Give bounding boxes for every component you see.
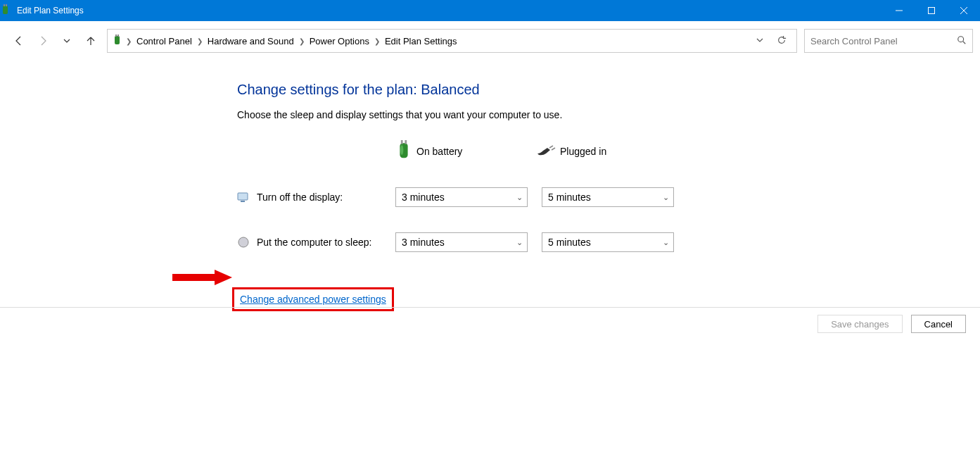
on-battery-header: On battery: [395, 140, 536, 162]
sleep-label: Put the computer to sleep:: [257, 237, 395, 248]
svg-rect-1: [4, 4, 5, 6]
plugged-in-header: Plugged in: [536, 140, 677, 162]
chevron-down-icon: ⌄: [663, 238, 669, 247]
svg-rect-7: [115, 36, 120, 44]
up-button[interactable]: [79, 29, 103, 53]
column-headers: On battery Plugged in: [237, 140, 980, 162]
recent-dropdown[interactable]: [55, 29, 79, 53]
sleep-battery-select[interactable]: 3 minutes⌄: [395, 232, 528, 252]
breadcrumb-item[interactable]: Control Panel: [134, 36, 194, 46]
window-title: Edit Plan Settings: [17, 6, 84, 15]
page-subtext: Choose the sleep and display settings th…: [237, 109, 980, 120]
svg-point-20: [238, 237, 248, 247]
display-battery-select[interactable]: 3 minutes⌄: [395, 187, 528, 207]
svg-rect-0: [3, 6, 8, 14]
search-input[interactable]: [810, 36, 957, 46]
chevron-right-icon[interactable]: ❯: [125, 37, 133, 45]
svg-rect-13: [401, 140, 403, 144]
chevron-right-icon[interactable]: ❯: [373, 37, 381, 45]
address-bar[interactable]: ❯ Control Panel ❯ Hardware and Sound ❯ P…: [107, 29, 797, 53]
chevron-right-icon[interactable]: ❯: [196, 37, 204, 45]
close-button[interactable]: [948, 0, 980, 21]
breadcrumb-item[interactable]: Edit Plan Settings: [383, 36, 459, 46]
chevron-down-icon: ⌄: [516, 193, 523, 202]
svg-line-11: [963, 41, 966, 44]
plugged-in-label: Plugged in: [560, 146, 606, 157]
display-row: Turn off the display: 3 minutes⌄ 5 minut…: [237, 187, 980, 207]
footer-bar: Save changes Cancel: [0, 307, 980, 340]
save-changes-button[interactable]: Save changes: [817, 315, 902, 333]
svg-line-16: [549, 146, 553, 148]
svg-rect-14: [405, 140, 407, 144]
svg-rect-2: [6, 4, 7, 6]
forward-button[interactable]: [31, 29, 55, 53]
address-dropdown-icon[interactable]: [750, 36, 770, 46]
svg-point-10: [958, 36, 964, 42]
sleep-plugged-select[interactable]: 5 minutes⌄: [542, 232, 674, 252]
chevron-right-icon[interactable]: ❯: [298, 37, 306, 45]
svg-rect-19: [241, 201, 245, 202]
sleep-row: Put the computer to sleep: 3 minutes⌄ 5 …: [237, 232, 980, 252]
chevron-down-icon: ⌄: [663, 193, 669, 202]
maximize-button[interactable]: [915, 0, 948, 21]
search-box[interactable]: [804, 29, 973, 53]
sleep-icon: [237, 236, 257, 249]
plug-icon: [536, 144, 556, 158]
svg-marker-22: [215, 270, 232, 285]
display-plugged-select[interactable]: 5 minutes⌄: [542, 187, 674, 207]
battery-icon: [395, 140, 412, 162]
breadcrumb-item[interactable]: Power Options: [307, 36, 371, 46]
titlebar: Edit Plan Settings: [0, 0, 980, 21]
address-icon: [112, 35, 123, 48]
svg-rect-21: [172, 274, 215, 281]
annotation-arrow: [172, 270, 232, 287]
refresh-icon[interactable]: [771, 35, 792, 47]
svg-line-17: [552, 148, 555, 150]
advanced-power-settings-link[interactable]: Change advanced power settings: [240, 294, 386, 305]
page-heading: Change settings for the plan: Balanced: [237, 82, 980, 98]
search-icon[interactable]: [957, 35, 967, 47]
content-area: Change settings for the plan: Balanced C…: [0, 61, 980, 311]
breadcrumb-item[interactable]: Hardware and Sound: [205, 36, 296, 46]
svg-point-15: [400, 145, 403, 155]
display-label: Turn off the display:: [257, 192, 395, 203]
on-battery-label: On battery: [416, 146, 462, 157]
app-icon: [0, 4, 11, 18]
svg-rect-8: [115, 35, 117, 37]
navbar: ❯ Control Panel ❯ Hardware and Sound ❯ P…: [0, 21, 980, 61]
svg-rect-18: [238, 193, 248, 200]
chevron-down-icon: ⌄: [516, 238, 523, 247]
display-icon: [237, 191, 257, 203]
svg-rect-9: [117, 35, 119, 37]
cancel-button[interactable]: Cancel: [911, 315, 966, 333]
svg-rect-4: [929, 8, 935, 14]
minimize-button[interactable]: [883, 0, 915, 21]
back-button[interactable]: [7, 29, 31, 53]
